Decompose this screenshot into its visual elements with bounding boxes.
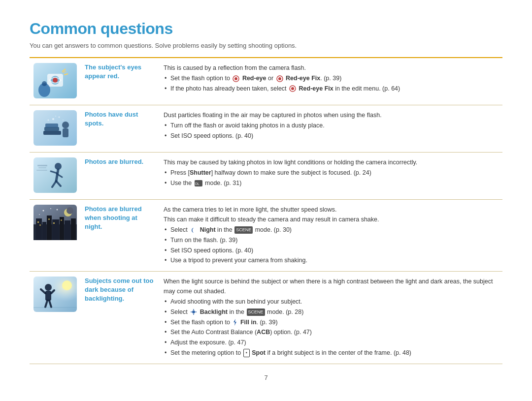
- svg-rect-35: [38, 167, 46, 168]
- content-bullet: Turn on the flash. (p. 39): [164, 236, 499, 245]
- content-line: Dust particles floating in the air may b…: [164, 110, 499, 120]
- svg-point-61: [62, 280, 72, 290]
- content-bullet: If the photo has already been taken, sel…: [164, 84, 499, 93]
- title-cell-dust: Photos have dust spots.: [81, 105, 160, 153]
- svg-point-51: [50, 208, 51, 209]
- content-cell-dust: Dust particles floating in the air may b…: [160, 105, 502, 153]
- content-bullet: Use a tripod to prevent your camera from…: [164, 256, 499, 265]
- red-eye-fix2-icon: [289, 85, 296, 92]
- scene-badge: SCENE: [234, 226, 253, 234]
- title-cell-redeye: The subject's eyes appear red.: [81, 58, 160, 105]
- content-cell-night: As the camera tries to let in more light…: [160, 200, 502, 272]
- content-bullet: Adjust the exposure. (p. 47): [164, 338, 499, 347]
- table-row: Photos are blurred. This may be caused b…: [30, 153, 502, 200]
- svg-rect-19: [45, 123, 58, 127]
- svg-rect-55: [39, 224, 41, 226]
- issue-title-backlight: Subjects come out too dark because of ba…: [85, 277, 153, 302]
- svg-rect-21: [63, 128, 68, 137]
- svg-point-25: [63, 120, 64, 121]
- svg-marker-74: [233, 319, 236, 326]
- svg-point-8: [42, 81, 47, 86]
- svg-point-24: [48, 120, 49, 121]
- red-eye-fix-icon: ✓: [276, 75, 283, 82]
- image-cell-dust: [30, 105, 81, 153]
- content-cell-blurred: This may be caused by taking photos in l…: [160, 153, 502, 200]
- svg-point-23: [59, 117, 60, 118]
- image-cell-redeye: [30, 58, 81, 105]
- content-line: This can make it difficult to steady the…: [164, 215, 499, 224]
- table-row: Photos have dust spots. Dust particles f…: [30, 105, 502, 153]
- backlight-image: [33, 277, 77, 312]
- svg-text:✓: ✓: [281, 79, 283, 82]
- table-row: Photos are blurred when shooting at nigh…: [30, 200, 502, 272]
- issue-title-blurred: Photos are blurred.: [85, 158, 143, 165]
- content-bullet: Use the DL mode. (p. 31): [164, 179, 499, 188]
- table-row: The subject's eyes appear red. This is c…: [30, 58, 502, 105]
- redeye-image: [33, 63, 77, 98]
- page-subtitle: You can get answers to common questions.…: [30, 42, 502, 49]
- svg-point-3: [53, 78, 58, 83]
- content-line: When the light source is behind the subj…: [164, 277, 499, 296]
- svg-point-20: [62, 122, 69, 128]
- content-line: As the camera tries to let in more light…: [164, 205, 499, 215]
- content-bullet: Set ISO speed options. (p. 40): [164, 246, 499, 255]
- scene-badge2: SCENE: [247, 308, 265, 316]
- svg-text:DL: DL: [195, 182, 200, 185]
- svg-point-22: [52, 118, 54, 120]
- blurred-image: [33, 157, 77, 193]
- svg-rect-63: [45, 291, 51, 301]
- dust-image: [33, 110, 77, 146]
- fill-in-flash-icon: [233, 319, 237, 326]
- svg-point-69: [192, 310, 195, 313]
- svg-rect-58: [61, 219, 62, 221]
- content-cell-redeye: This is caused by a reflection from the …: [160, 58, 502, 105]
- image-cell-backlight: [30, 272, 81, 364]
- image-cell-blurred: [30, 153, 81, 200]
- table-row: Subjects come out too dark because of ba…: [30, 272, 502, 364]
- dual-mode-icon: DL: [195, 180, 202, 186]
- content-bullet: Select Backlight in the SCENE mode. (p. …: [164, 308, 499, 317]
- svg-rect-36: [36, 170, 47, 171]
- svg-point-50: [43, 210, 44, 212]
- content-bullet: Press [Shutter] halfway down to make sur…: [164, 168, 499, 178]
- content-bullet: Set the flash option to Fill in. (p. 39): [164, 318, 499, 327]
- content-bullet: Set ISO speed options. (p. 40): [164, 131, 499, 141]
- page-number: 7: [30, 374, 502, 381]
- svg-rect-56: [48, 218, 50, 220]
- night-mode-icon: [190, 227, 197, 234]
- svg-point-10: [234, 77, 237, 80]
- svg-point-49: [66, 207, 73, 214]
- title-cell-blurred: Photos are blurred.: [81, 153, 160, 200]
- svg-rect-54: [37, 221, 39, 223]
- svg-rect-18: [44, 127, 59, 131]
- svg-rect-42: [42, 222, 46, 240]
- content-bullet: Set the flash option to Red-eye or ✓ Red…: [164, 74, 499, 83]
- issue-title-redeye: The subject's eyes appear red.: [85, 63, 141, 80]
- night-image: [33, 205, 77, 240]
- content-cell-backlight: When the light source is behind the subj…: [160, 272, 502, 364]
- svg-rect-57: [53, 222, 55, 224]
- svg-point-53: [57, 209, 58, 211]
- red-eye-icon: [233, 75, 239, 82]
- svg-point-26: [55, 116, 56, 117]
- title-cell-backlight: Subjects come out too dark because of ba…: [81, 272, 160, 364]
- faq-table: The subject's eyes appear red. This is c…: [30, 58, 502, 364]
- svg-rect-27: [33, 157, 77, 193]
- svg-rect-34: [37, 165, 47, 166]
- content-line: This may be caused by taking photos in l…: [164, 157, 499, 167]
- content-line: This is caused by a reflection from the …: [164, 63, 499, 73]
- svg-rect-17: [43, 131, 61, 135]
- issue-title-night: Photos are blurred when shooting at nigh…: [85, 205, 142, 230]
- page-title: Common questions: [30, 20, 502, 38]
- svg-rect-47: [71, 218, 76, 240]
- image-cell-night: [30, 200, 81, 272]
- title-cell-night: Photos are blurred when shooting at nigh…: [81, 200, 160, 272]
- content-bullet: Set the metering option to • Spot if a b…: [164, 348, 499, 358]
- svg-point-52: [39, 214, 40, 215]
- content-bullet: Select Night in the SCENE mode. (p. 30): [164, 225, 499, 235]
- issue-title-dust: Photos have dust spots.: [85, 111, 138, 127]
- content-bullet: Avoid shooting with the sun behind your …: [164, 297, 499, 307]
- svg-point-62: [45, 284, 52, 291]
- content-bullet: Turn off the flash or avoid taking photo…: [164, 121, 499, 130]
- spot-badge: •: [243, 349, 250, 358]
